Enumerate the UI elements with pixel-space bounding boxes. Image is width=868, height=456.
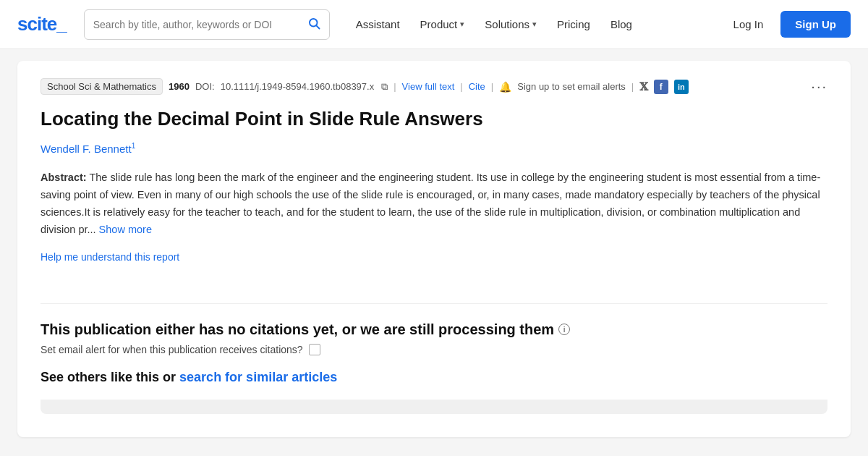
nav-product[interactable]: Product ▾ <box>412 12 474 36</box>
logo[interactable]: scite_ <box>17 13 67 35</box>
email-alert-label: Set email alert for when this publicatio… <box>41 344 303 355</box>
email-alert-row: Set email alert for when this publicatio… <box>41 344 827 355</box>
login-button[interactable]: Log In <box>722 12 775 36</box>
search-icon <box>307 17 320 33</box>
see-others: See others like this or search for simil… <box>41 370 827 385</box>
copy-doi-icon[interactable]: ⧉ <box>381 81 388 93</box>
social-icons: 𝕏 f in <box>639 80 689 94</box>
journal-badge: School Sci & Mathematics <box>41 78 163 95</box>
article-year: 1960 <box>169 81 190 92</box>
citations-section: This publication either has no citations… <box>41 321 827 385</box>
svg-line-1 <box>316 25 319 28</box>
signup-button[interactable]: Sign Up <box>780 11 851 38</box>
doi-label: DOI: <box>195 81 215 92</box>
article-card: School Sci & Mathematics 1960 DOI: 10.11… <box>17 61 851 437</box>
header: scite_ Assistant Product ▾ Solutions ▾ P… <box>0 0 868 49</box>
twitter-icon[interactable]: 𝕏 <box>639 80 648 93</box>
show-more-link[interactable]: Show more <box>99 224 152 235</box>
cite-link[interactable]: Cite <box>469 81 485 92</box>
view-full-text-link[interactable]: View full text <box>402 81 455 92</box>
bottom-strip <box>41 400 827 414</box>
citations-title: This publication either has no citations… <box>41 321 827 338</box>
nav-pricing[interactable]: Pricing <box>548 12 599 36</box>
search-bar <box>84 9 330 40</box>
solutions-chevron-icon: ▾ <box>532 20 537 29</box>
alert-text: Sign up to set email alerts <box>517 81 626 92</box>
divider <box>41 303 827 304</box>
more-options-icon[interactable]: ··· <box>811 78 827 95</box>
help-link[interactable]: Help me understand this report <box>41 251 179 263</box>
info-icon[interactable]: i <box>558 324 570 335</box>
nav-assistant[interactable]: Assistant <box>347 12 409 36</box>
email-alert-checkbox[interactable] <box>309 344 320 355</box>
linkedin-icon[interactable]: in <box>674 80 689 94</box>
main-nav: Assistant Product ▾ Solutions ▾ Pricing … <box>347 12 710 36</box>
search-input[interactable] <box>93 19 302 30</box>
paper-title: Locating the Decimal Point in Slide Rule… <box>41 106 827 132</box>
nav-solutions[interactable]: Solutions ▾ <box>476 12 545 36</box>
abstract-label: Abstract: <box>41 172 87 183</box>
nav-actions: Log In Sign Up <box>722 11 851 38</box>
abstract: Abstract: The slide rule has long been t… <box>41 169 827 239</box>
doi-value: 10.1111/j.1949-8594.1960.tb08397.x <box>221 81 375 92</box>
product-chevron-icon: ▾ <box>460 20 464 29</box>
facebook-icon[interactable]: f <box>654 80 668 94</box>
search-similar-link[interactable]: search for similar articles <box>179 370 337 384</box>
paper-author[interactable]: Wendell F. Bennett1 <box>41 142 827 155</box>
meta-bar: School Sci & Mathematics 1960 DOI: 10.11… <box>41 78 827 95</box>
bell-icon: 🔔 <box>499 81 511 93</box>
abstract-text: The slide rule has long been the mark of… <box>41 172 820 235</box>
nav-blog[interactable]: Blog <box>602 12 641 36</box>
author-superscript: 1 <box>132 142 136 150</box>
